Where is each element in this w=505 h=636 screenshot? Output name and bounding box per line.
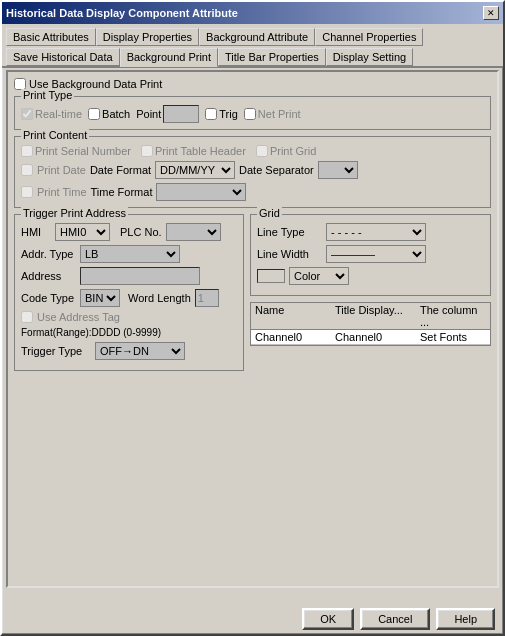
bottom-buttons: OK Cancel Help xyxy=(302,608,495,630)
color-row: Color xyxy=(257,267,484,285)
plc-select[interactable] xyxy=(166,223,221,241)
addr-type-label: Addr. Type xyxy=(21,248,76,260)
print-type-point: Point xyxy=(136,105,199,123)
print-grid-item: Print Grid xyxy=(256,145,316,157)
batch-label: Batch xyxy=(102,108,130,120)
point-input[interactable] xyxy=(163,105,199,123)
line-width-select[interactable]: ———— xyxy=(326,245,426,263)
time-format-select[interactable] xyxy=(156,183,246,201)
trigger-type-select[interactable]: OFF→DN xyxy=(95,342,185,360)
grid-body: Line Type - - - - - Line Width ———— xyxy=(257,219,484,285)
print-type-title: Print Type xyxy=(21,89,74,101)
tab-display-setting[interactable]: Display Setting xyxy=(326,48,413,66)
line-type-row: Line Type - - - - - xyxy=(257,223,484,241)
print-content-row1: Print Serial Number Print Table Header P… xyxy=(21,145,484,157)
trigger-print-group: Trigger Print Address HMI HMI0 PLC No. xyxy=(14,214,244,371)
print-content-title: Print Content xyxy=(21,129,89,141)
line-width-label: Line Width xyxy=(257,248,322,260)
grid-group: Grid Line Type - - - - - Lin xyxy=(250,214,491,296)
use-addr-tag-label: Use Address Tag xyxy=(37,311,120,323)
print-type-batch: Batch xyxy=(88,108,130,120)
code-type-select[interactable]: BIN xyxy=(80,289,120,307)
format-label: Format(Range):DDDD (0-9999) xyxy=(21,327,161,338)
time-row: Print Time Time Format xyxy=(21,183,484,201)
cancel-button[interactable]: Cancel xyxy=(360,608,430,630)
tab-display-properties[interactable]: Display Properties xyxy=(96,28,199,46)
tab-title-bar-properties[interactable]: Title Bar Properties xyxy=(218,48,326,66)
print-table-header-checkbox[interactable] xyxy=(141,145,153,157)
use-addr-tag-row: Use Address Tag xyxy=(21,311,237,323)
date-sep-label: Date Separator xyxy=(239,164,314,176)
grid-table: Name Title Display... The column ... Cha… xyxy=(250,302,491,346)
print-time-checkbox[interactable] xyxy=(21,186,33,198)
print-type-content: Real-time Batch Point Trig xyxy=(21,101,484,123)
line-type-select[interactable]: - - - - - xyxy=(326,223,426,241)
col-column-header: The column ... xyxy=(416,303,490,329)
code-type-row: Code Type BIN Word Length xyxy=(21,289,237,307)
tab-channel-properties[interactable]: Channel Properties xyxy=(315,28,423,46)
address-row: Address xyxy=(21,267,237,285)
word-length-input[interactable] xyxy=(195,289,219,307)
print-table-header-label: Print Table Header xyxy=(155,145,246,157)
title-bar-controls: ✕ xyxy=(483,6,499,20)
close-button[interactable]: ✕ xyxy=(483,6,499,20)
tabs-row-2: Save Historical Data Background Print Ti… xyxy=(2,46,503,68)
grid-title: Grid xyxy=(257,207,282,219)
table-cell-title: Channel0 xyxy=(331,330,416,344)
batch-checkbox[interactable] xyxy=(88,108,100,120)
realtime-checkbox[interactable] xyxy=(21,108,33,120)
line-width-row: Line Width ———— xyxy=(257,245,484,263)
trig-checkbox[interactable] xyxy=(205,108,217,120)
print-serial-label: Print Serial Number xyxy=(35,145,131,157)
tab-save-historical[interactable]: Save Historical Data xyxy=(6,48,120,66)
realtime-label: Real-time xyxy=(35,108,82,120)
date-format-label: Date Format xyxy=(90,164,151,176)
print-type-realtime: Real-time xyxy=(21,108,82,120)
address-input[interactable] xyxy=(80,267,200,285)
window-title: Historical Data Display Component Attrib… xyxy=(6,7,238,19)
table-header: Name Title Display... The column ... xyxy=(251,303,490,330)
use-addr-tag-checkbox[interactable] xyxy=(21,311,33,323)
date-sep-select[interactable] xyxy=(318,161,358,179)
print-serial-item: Print Serial Number xyxy=(21,145,131,157)
title-bar: Historical Data Display Component Attrib… xyxy=(2,2,503,24)
print-type-trig: Trig xyxy=(205,108,238,120)
trigger-type-label: Trigger Type xyxy=(21,345,91,357)
tab-background-attribute[interactable]: Background Attribute xyxy=(199,28,315,46)
tab-background-print[interactable]: Background Print xyxy=(120,48,218,67)
print-table-header-item: Print Table Header xyxy=(141,145,246,157)
print-type-row: Real-time Batch Point Trig xyxy=(21,105,484,123)
table-row[interactable]: Channel0 Channel0 Set Fonts xyxy=(251,330,490,345)
print-grid-checkbox[interactable] xyxy=(256,145,268,157)
line-type-label: Line Type xyxy=(257,226,322,238)
addr-type-select[interactable]: LB xyxy=(80,245,180,263)
print-type-netprint: Net Print xyxy=(244,108,301,120)
col-title-header: Title Display... xyxy=(331,303,416,329)
color-swatch xyxy=(257,269,285,283)
main-window: Historical Data Display Component Attrib… xyxy=(0,0,505,636)
ok-button[interactable]: OK xyxy=(302,608,354,630)
print-content-group: Print Content Print Serial Number Print … xyxy=(14,136,491,208)
color-select[interactable]: Color xyxy=(289,267,349,285)
date-format-select[interactable]: DD/MM/YY xyxy=(155,161,235,179)
time-format-label: Time Format xyxy=(91,186,153,198)
tabs-row-1: Basic Attributes Display Properties Back… xyxy=(2,24,503,46)
print-date-label: Print Date xyxy=(37,164,86,176)
date-row: Print Date Date Format DD/MM/YY Date Sep… xyxy=(21,161,484,179)
print-serial-checkbox[interactable] xyxy=(21,145,33,157)
hmi-select[interactable]: HMI0 xyxy=(55,223,110,241)
print-date-checkbox[interactable] xyxy=(21,164,33,176)
trigger-print-body: HMI HMI0 PLC No. Addr. Type xyxy=(21,219,237,360)
main-panel: Use Background Data Print Print Type Rea… xyxy=(6,70,499,588)
netprint-label: Net Print xyxy=(258,108,301,120)
format-row: Format(Range):DDDD (0-9999) xyxy=(21,327,237,338)
help-button[interactable]: Help xyxy=(436,608,495,630)
netprint-checkbox[interactable] xyxy=(244,108,256,120)
address-label: Address xyxy=(21,270,76,282)
bottom-two-col: Trigger Print Address HMI HMI0 PLC No. xyxy=(14,214,491,377)
tab-basic-attributes[interactable]: Basic Attributes xyxy=(6,28,96,46)
table-cell-name: Channel0 xyxy=(251,330,331,344)
trigger-type-row: Trigger Type OFF→DN xyxy=(21,342,237,360)
plc-label: PLC No. xyxy=(120,226,162,238)
col-name-header: Name xyxy=(251,303,331,329)
